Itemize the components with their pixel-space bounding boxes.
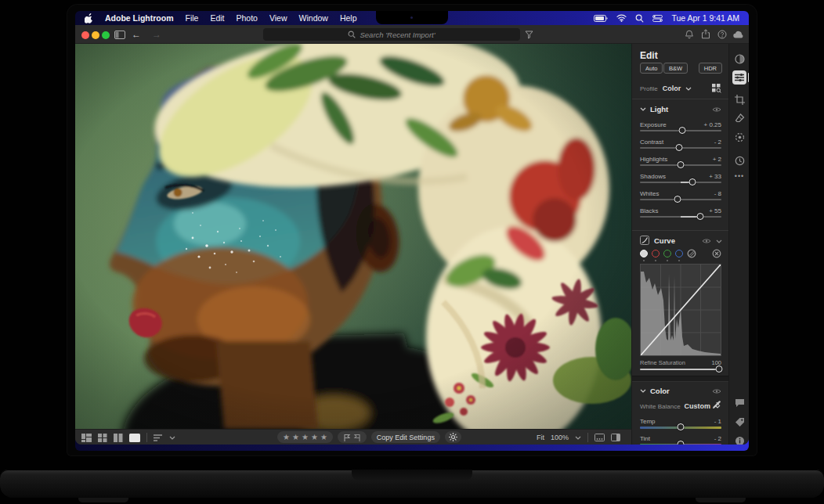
reject-flag-icon[interactable]: [353, 434, 361, 441]
versions-clock-icon[interactable]: [732, 153, 746, 167]
star-icon[interactable]: ★: [311, 434, 318, 441]
close-button[interactable]: [81, 31, 89, 39]
exposure-slider[interactable]: [640, 130, 721, 131]
menu-help[interactable]: Help: [340, 13, 357, 23]
forward-arrow-icon[interactable]: →: [152, 30, 161, 39]
info-icon[interactable]: [732, 434, 746, 445]
battery-icon[interactable]: [594, 15, 608, 22]
blacks-slider[interactable]: [640, 216, 721, 218]
shadows-slider[interactable]: [640, 182, 721, 183]
star-icon[interactable]: ★: [292, 434, 299, 441]
before-after-icon[interactable]: [611, 430, 620, 445]
filmstrip-toggle-icon[interactable]: [595, 430, 605, 445]
hdr-button[interactable]: HDR: [699, 63, 722, 74]
menu-app[interactable]: Adobe Lightroom: [105, 13, 174, 23]
spotlight-search-icon[interactable]: [635, 14, 644, 23]
sort-chevron-icon[interactable]: [169, 430, 175, 445]
refine-saturation-slider[interactable]: [640, 369, 721, 370]
wifi-icon[interactable]: [616, 14, 627, 22]
notifications-bell-icon[interactable]: [685, 30, 694, 39]
comments-icon[interactable]: [732, 396, 746, 410]
menu-file[interactable]: File: [186, 13, 199, 23]
temp-slider[interactable]: [640, 427, 721, 429]
menubar-clock[interactable]: Tue Apr 1 9:41 AM: [671, 13, 739, 23]
curve-visibility-eye-icon[interactable]: [702, 238, 711, 244]
zoom-button[interactable]: [102, 31, 110, 39]
menu-window[interactable]: Window: [299, 13, 328, 23]
temp-slider-row: Temp - 1: [640, 418, 721, 434]
light-section-header[interactable]: Light: [640, 105, 668, 113]
slider-handle[interactable]: [688, 178, 696, 185]
zoom-chevron-icon[interactable]: [575, 430, 581, 445]
control-center-icon[interactable]: [652, 15, 663, 22]
profile-value[interactable]: Color: [663, 85, 681, 92]
slider-handle[interactable]: [674, 196, 681, 203]
fit-label[interactable]: Fit: [537, 434, 544, 441]
presets-icon[interactable]: [732, 52, 746, 66]
slider-handle[interactable]: [679, 127, 686, 134]
tone-curve-graph[interactable]: [640, 264, 721, 356]
slider-handle[interactable]: [678, 423, 685, 430]
curve-channel-parametric[interactable]: [687, 249, 696, 258]
slider-handle[interactable]: [675, 144, 682, 151]
minimize-button[interactable]: [92, 31, 99, 39]
color-visibility-eye-icon[interactable]: [712, 388, 721, 394]
keywords-tag-icon[interactable]: [732, 415, 746, 429]
help-icon[interactable]: [717, 30, 727, 39]
more-options-icon[interactable]: •••: [732, 169, 746, 183]
curve-channel-luma[interactable]: [640, 250, 648, 257]
star-icon[interactable]: ★: [302, 434, 309, 441]
curve-section-header[interactable]: Curve: [640, 236, 675, 245]
star-rating[interactable]: ★★★★★: [277, 431, 333, 443]
apple-menu-icon[interactable]: [85, 13, 93, 23]
compare-view-icon[interactable]: [114, 430, 123, 445]
profile-chevron-icon[interactable]: [685, 87, 692, 91]
edit-sliders-icon[interactable]: [732, 70, 746, 85]
bw-button[interactable]: B&W: [663, 63, 688, 74]
menu-photo[interactable]: Photo: [237, 13, 258, 23]
curve-channel-blue[interactable]: [675, 250, 683, 257]
curve-channel-red[interactable]: [652, 250, 660, 257]
curve-target-icon[interactable]: [712, 249, 721, 258]
eyedropper-icon[interactable]: [712, 401, 721, 410]
detail-view-icon[interactable]: [129, 430, 140, 445]
search-input[interactable]: Search 'Recent Import': [263, 28, 520, 41]
photo-grid-view-icon[interactable]: [81, 430, 92, 445]
pick-flag-icon[interactable]: [343, 434, 351, 441]
slider-handle[interactable]: [696, 213, 703, 220]
auto-button[interactable]: Auto: [640, 63, 663, 74]
sort-icon[interactable]: [154, 430, 163, 445]
color-section-header[interactable]: Color: [640, 387, 670, 395]
cloud-sync-icon[interactable]: [733, 31, 744, 38]
menu-view[interactable]: View: [269, 13, 287, 23]
curve-channel-green[interactable]: [663, 250, 671, 257]
contrast-slider[interactable]: [640, 147, 721, 149]
browse-profiles-icon[interactable]: [712, 84, 721, 93]
shadows-slider-row: Shadows + 33: [640, 173, 721, 189]
light-visibility-eye-icon[interactable]: [712, 106, 721, 113]
back-arrow-icon[interactable]: ←: [132, 30, 141, 39]
share-icon[interactable]: [701, 29, 710, 39]
lid-lip-notch: [352, 470, 472, 481]
photo-canvas[interactable]: [75, 44, 631, 429]
menu-edit[interactable]: Edit: [210, 13, 224, 23]
curve-collapse-chevron-icon[interactable]: [716, 239, 722, 243]
star-icon[interactable]: ★: [283, 434, 290, 441]
slider-handle[interactable]: [715, 365, 722, 373]
crop-icon[interactable]: [732, 92, 746, 106]
tint-slider[interactable]: [640, 444, 721, 445]
slider-handle[interactable]: [678, 161, 685, 168]
slider-handle[interactable]: [678, 441, 685, 445]
whites-slider[interactable]: [640, 199, 721, 200]
white-balance-value[interactable]: Custom: [685, 402, 711, 410]
zoom-level[interactable]: 100%: [551, 434, 569, 441]
star-icon[interactable]: ★: [320, 434, 327, 441]
square-grid-view-icon[interactable]: [98, 430, 107, 445]
filter-icon[interactable]: [525, 31, 533, 39]
healing-icon[interactable]: [732, 111, 746, 125]
sidebar-toggle-icon[interactable]: [114, 31, 125, 39]
masking-icon[interactable]: [732, 130, 746, 144]
highlights-slider[interactable]: [640, 164, 721, 166]
copy-edit-settings-button[interactable]: Copy Edit Settings: [371, 431, 440, 443]
settings-gear-button[interactable]: [445, 431, 461, 443]
